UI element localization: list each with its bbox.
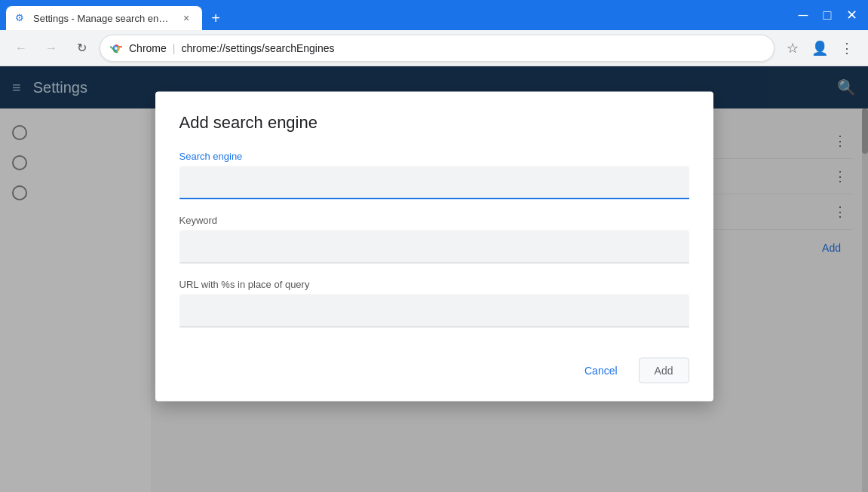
back-button[interactable]: ← — [9, 36, 33, 60]
active-tab[interactable]: ⚙ Settings - Manage search engine × — [6, 6, 202, 30]
chrome-menu-button[interactable]: ⋮ — [835, 36, 859, 60]
new-tab-button[interactable]: + — [205, 8, 226, 29]
refresh-icon: ↻ — [77, 41, 87, 55]
cancel-button[interactable]: Cancel — [569, 357, 633, 383]
keyword-input[interactable] — [179, 230, 689, 263]
profile-button[interactable]: 👤 — [808, 36, 832, 60]
window-controls: ─ □ ✕ — [796, 7, 862, 23]
tab-area: ⚙ Settings - Manage search engine × + — [6, 0, 796, 30]
chrome-logo-icon — [109, 41, 123, 55]
dialog-title: Add search engine — [179, 112, 689, 132]
refresh-button[interactable]: ↻ — [69, 36, 94, 60]
add-button[interactable]: Add — [639, 357, 689, 383]
tab-close-button[interactable]: × — [179, 11, 193, 25]
svg-point-2 — [115, 47, 118, 50]
url-field-label: URL with %s in place of query — [179, 278, 689, 289]
window-close-button[interactable]: ✕ — [844, 7, 859, 23]
search-engine-input[interactable] — [179, 166, 689, 199]
title-bar: ⚙ Settings - Manage search engine × + ─ … — [0, 0, 868, 30]
maximize-button[interactable]: □ — [820, 8, 835, 23]
address-bar: ← → ↻ Chrome | chrome://settings/searchE… — [0, 30, 868, 66]
star-icon: ☆ — [787, 40, 799, 57]
keyword-field-label: Keyword — [179, 214, 689, 225]
tab-title: Settings - Manage search engine — [33, 13, 173, 24]
url-path-text: chrome://settings/searchEngines — [181, 42, 334, 54]
forward-icon: → — [45, 41, 57, 55]
url-bar[interactable]: Chrome | chrome://settings/searchEngines — [100, 35, 774, 62]
tab-settings-icon: ⚙ — [15, 12, 27, 24]
forward-button[interactable]: → — [39, 36, 63, 60]
back-icon: ← — [15, 41, 27, 55]
bookmark-star-button[interactable]: ☆ — [781, 36, 805, 60]
add-search-engine-dialog: Add search engine Search engine Keyword … — [155, 91, 713, 401]
minimize-button[interactable]: ─ — [796, 8, 811, 23]
dialog-actions: Cancel Add — [179, 357, 689, 383]
url-separator: | — [173, 42, 176, 54]
address-bar-icons: ☆ 👤 ⋮ — [781, 36, 859, 60]
profile-icon: 👤 — [811, 40, 828, 57]
chrome-menu-icon: ⋮ — [840, 40, 854, 57]
browser-name-text: Chrome — [129, 42, 167, 54]
url-query-input[interactable] — [179, 294, 689, 327]
search-engine-field-label: Search engine — [179, 150, 689, 161]
